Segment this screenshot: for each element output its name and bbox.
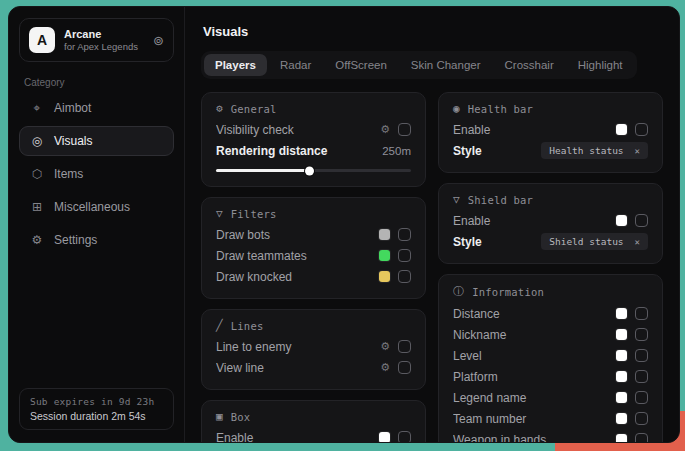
row-label: Style <box>453 235 541 249</box>
sidebar-item-miscellaneous[interactable]: ⊞ Miscellaneous <box>19 192 174 222</box>
card-title: Health bar <box>468 103 533 115</box>
box-enable-checkbox[interactable] <box>398 431 411 442</box>
card-title: Lines <box>231 320 264 332</box>
row-label: Enable <box>453 123 616 137</box>
color-swatch[interactable] <box>379 271 390 282</box>
row-label: Level <box>453 349 616 363</box>
health-icon: ◉ <box>453 102 460 115</box>
sidebar-item-items[interactable]: ⬡ Items <box>19 159 174 189</box>
distance-checkbox[interactable] <box>635 307 648 320</box>
legend-name-checkbox[interactable] <box>635 391 648 404</box>
rendering-distance-row: Rendering distance 250m <box>216 140 411 161</box>
platform-checkbox[interactable] <box>635 370 648 383</box>
line-to-enemy-settings-icon[interactable]: ⚙ <box>380 341 390 352</box>
sidebar-item-visuals[interactable]: ◎ Visuals <box>19 126 174 156</box>
color-swatch[interactable] <box>379 229 390 240</box>
color-swatch[interactable] <box>379 432 390 442</box>
sidebar-item-label: Items <box>54 167 83 181</box>
row-label: Enable <box>216 431 379 443</box>
eye-scan-icon: ◎ <box>30 134 44 148</box>
info-icon: ⓘ <box>453 284 464 299</box>
card-title: General <box>231 103 277 115</box>
health-enable-checkbox[interactable] <box>635 123 648 136</box>
sidebar-nav: ⌖ Aimbot ◎ Visuals ⬡ Items ⊞ Miscellaneo… <box>19 93 174 255</box>
color-swatch[interactable] <box>616 413 627 424</box>
rendering-distance-slider[interactable] <box>216 169 411 172</box>
tab-highlight[interactable]: Highlight <box>567 54 634 76</box>
remove-icon[interactable]: ✕ <box>635 146 640 156</box>
funnel-icon: ▽ <box>216 207 223 220</box>
slider-thumb[interactable] <box>305 166 314 175</box>
row-label: Visibility check <box>216 123 380 137</box>
color-swatch[interactable] <box>616 215 627 226</box>
card-title: Box <box>231 411 251 423</box>
visibility-check-checkbox[interactable] <box>398 123 411 136</box>
draw-bots-checkbox[interactable] <box>398 228 411 241</box>
color-swatch[interactable] <box>616 392 627 403</box>
view-line-row: View line ⚙ <box>216 357 411 378</box>
card-title: Filters <box>231 208 277 220</box>
color-swatch[interactable] <box>616 371 627 382</box>
nickname-checkbox[interactable] <box>635 328 648 341</box>
tab-players[interactable]: Players <box>204 54 267 76</box>
view-line-checkbox[interactable] <box>398 361 411 374</box>
row-label: Nickname <box>453 328 616 342</box>
main-content: Visuals Players Radar OffScreen Skin Cha… <box>185 7 679 442</box>
app-subtitle: for Apex Legends <box>64 41 138 52</box>
sidebar-item-label: Settings <box>54 233 97 247</box>
shield-enable-checkbox[interactable] <box>635 214 648 227</box>
general-card: ⚙ General Visibility check ⚙ Rendering d… <box>201 92 426 187</box>
color-swatch[interactable] <box>616 434 627 442</box>
weapon-in-hands-checkbox[interactable] <box>635 433 648 442</box>
left-column: ⚙ General Visibility check ⚙ Rendering d… <box>201 92 426 442</box>
visibility-settings-icon[interactable]: ⚙ <box>380 124 390 135</box>
session-duration-text: Session duration 2m 54s <box>30 410 163 422</box>
tab-offscreen[interactable]: OffScreen <box>324 54 398 76</box>
filters-card: ▽ Filters Draw bots Draw teammates <box>201 197 426 299</box>
sidebar-item-settings[interactable]: ⚙ Settings <box>19 225 174 255</box>
remove-icon[interactable]: ✕ <box>635 237 640 247</box>
box-enable-row: Enable <box>216 427 411 442</box>
color-swatch[interactable] <box>616 124 627 135</box>
diagonal-line-icon: ╱ <box>216 319 223 332</box>
color-swatch[interactable] <box>379 250 390 261</box>
visibility-check-row: Visibility check ⚙ <box>216 119 411 140</box>
row-label: Distance <box>453 307 616 321</box>
draw-teammates-row: Draw teammates <box>216 245 411 266</box>
app-header-card: A Arcane for Apex Legends ⊚ <box>19 18 174 62</box>
row-label: Draw bots <box>216 228 379 242</box>
rendering-distance-value: 250m <box>382 145 411 157</box>
tab-skin-changer[interactable]: Skin Changer <box>400 54 492 76</box>
level-checkbox[interactable] <box>635 349 648 362</box>
draw-knocked-checkbox[interactable] <box>398 270 411 283</box>
card-title: Information <box>472 286 544 298</box>
visuals-tabbar: Players Radar OffScreen Skin Changer Cro… <box>201 51 637 79</box>
box-icon: ▣ <box>216 410 223 423</box>
line-to-enemy-checkbox[interactable] <box>398 340 411 353</box>
row-label: Legend name <box>453 391 616 405</box>
color-swatch[interactable] <box>616 350 627 361</box>
sidebar: A Arcane for Apex Legends ⊚ Category ⌖ A… <box>9 7 185 442</box>
row-label: Team number <box>453 412 616 426</box>
row-label: Enable <box>453 214 616 228</box>
sidebar-item-aimbot[interactable]: ⌖ Aimbot <box>19 93 174 123</box>
draw-bots-row: Draw bots <box>216 224 411 245</box>
team-number-checkbox[interactable] <box>635 412 648 425</box>
view-line-settings-icon[interactable]: ⚙ <box>380 362 390 373</box>
row-label: Draw teammates <box>216 249 379 263</box>
sidebar-item-label: Aimbot <box>54 101 91 115</box>
color-swatch[interactable] <box>616 308 627 319</box>
health-style-row: Style Health status ✕ <box>453 140 648 161</box>
draw-teammates-checkbox[interactable] <box>398 249 411 262</box>
platform-row: Platform <box>453 366 648 387</box>
tab-radar[interactable]: Radar <box>269 54 322 76</box>
health-style-chip[interactable]: Health status ✕ <box>541 142 648 159</box>
tab-crosshair[interactable]: Crosshair <box>494 54 565 76</box>
team-number-row: Team number <box>453 408 648 429</box>
app-name: Arcane <box>64 28 138 40</box>
app-settings-icon[interactable]: ⊚ <box>153 33 164 48</box>
crosshair-icon: ⌖ <box>30 101 44 115</box>
shield-style-chip[interactable]: Shield status ✕ <box>541 233 648 250</box>
color-swatch[interactable] <box>616 329 627 340</box>
shield-style-row: Style Shield status ✕ <box>453 231 648 252</box>
